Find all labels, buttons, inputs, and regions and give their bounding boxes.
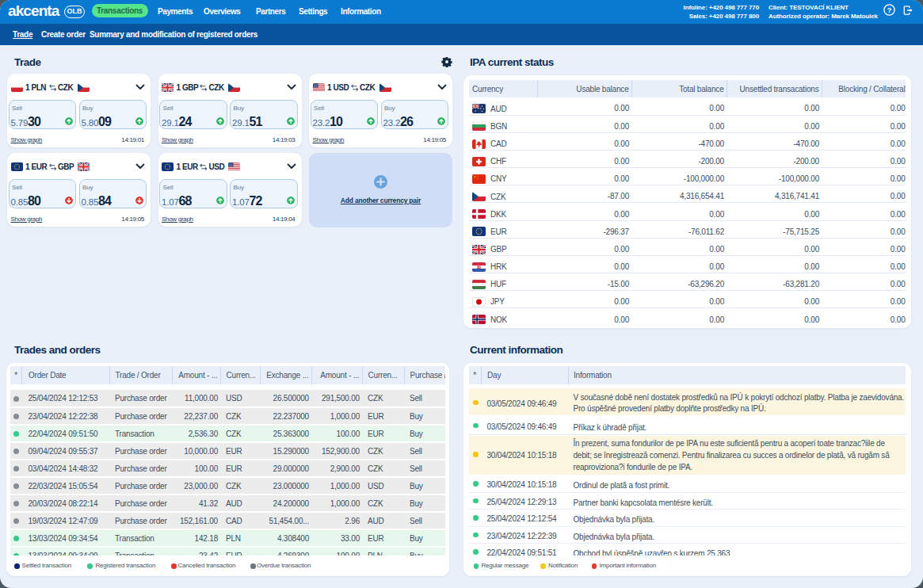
- svg-text:?: ?: [887, 6, 892, 14]
